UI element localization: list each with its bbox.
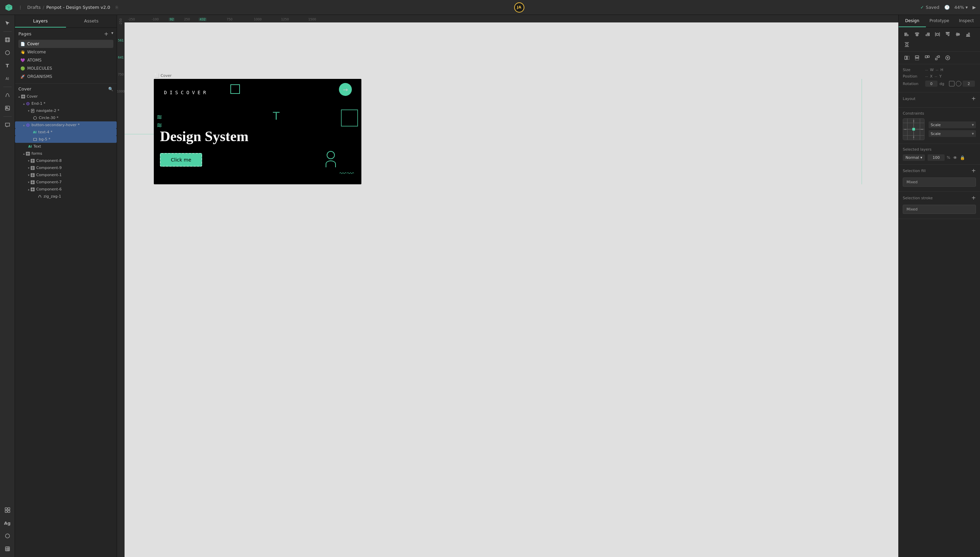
- expand-icon-comp-6[interactable]: ▴: [28, 188, 29, 191]
- page-item-molecules[interactable]: 🟢MOLECULES: [18, 64, 113, 72]
- align-right-icon[interactable]: [923, 30, 931, 38]
- layer-item-cover-root[interactable]: ▴Cover: [15, 93, 117, 100]
- layer-item-navigate-2[interactable]: ▾navigate-2 *: [15, 107, 117, 114]
- tool-grid[interactable]: [2, 543, 13, 554]
- flip-h-icon[interactable]: [903, 54, 911, 62]
- square-radius-icon[interactable]: [949, 81, 954, 86]
- mask-icon[interactable]: [944, 54, 952, 62]
- stroke-add-icon[interactable]: +: [972, 195, 976, 200]
- fill-mixed-value[interactable]: Mixed: [903, 178, 976, 187]
- distribute-v-icon[interactable]: [903, 41, 911, 49]
- tool-path[interactable]: [2, 90, 13, 101]
- page-item-welcome[interactable]: 👋Welcome: [18, 48, 113, 56]
- click-me-button[interactable]: Click me: [160, 153, 202, 167]
- align-left-icon[interactable]: [903, 30, 911, 38]
- tool-frame[interactable]: [2, 34, 13, 45]
- file-options-icon[interactable]: ⎘: [116, 5, 118, 10]
- visibility-icon[interactable]: 👁: [953, 155, 957, 160]
- tool-image[interactable]: [2, 103, 13, 114]
- tab-layers[interactable]: Layers: [15, 15, 66, 28]
- tool-typography[interactable]: Ag: [2, 518, 13, 528]
- collapse-icon-comp-7[interactable]: ▾: [28, 181, 29, 184]
- expand-icon-end-1[interactable]: ▴: [23, 102, 25, 106]
- layer-name-circle-30: Circle-30 *: [39, 116, 113, 120]
- breadcrumb-sep: /: [43, 5, 44, 10]
- tool-ellipse[interactable]: [2, 47, 13, 58]
- flip-v-icon[interactable]: [913, 54, 921, 62]
- constraint-v-select[interactable]: Scale ▾: [929, 130, 976, 137]
- expand-icon-button-sec[interactable]: ▴: [23, 124, 25, 127]
- page-item-cover[interactable]: 📄Cover: [18, 40, 113, 48]
- selected-layers-label: Selected layers: [903, 147, 976, 151]
- layout-add-icon[interactable]: +: [972, 96, 976, 101]
- distribute-h-icon[interactable]: [933, 30, 942, 38]
- canvas-bg[interactable]: ⬜ Cover DISCOVER → ≋ ≋: [117, 15, 898, 557]
- constraint-h-select[interactable]: Scale ▾: [929, 121, 976, 128]
- user-avatar[interactable]: JA: [514, 2, 524, 13]
- tab-prototype[interactable]: Prototype: [926, 15, 953, 27]
- layer-item-end-1[interactable]: ▴End-1 *: [15, 100, 117, 107]
- radius-input[interactable]: [963, 81, 975, 87]
- stroke-label: Selection stroke: [903, 196, 933, 200]
- play-button[interactable]: ▶: [972, 5, 976, 10]
- canvas-area[interactable]: -250 -100 92 250 432 750 1000 1250 1500 …: [117, 15, 898, 557]
- layer-item-comp-1[interactable]: ▾Component-1: [15, 171, 117, 179]
- collapse-icon-comp-8[interactable]: ▾: [28, 159, 29, 163]
- page-item-organisms[interactable]: 🚀ORGANISMS: [18, 72, 113, 81]
- layer-item-text-4[interactable]: AItext-4 *: [15, 129, 117, 136]
- saved-label: Saved: [926, 5, 939, 10]
- opacity-input[interactable]: 100: [928, 155, 945, 161]
- collapse-icon-comp-1[interactable]: ▾: [28, 173, 29, 177]
- collapse-icon-navigate-2[interactable]: ▾: [28, 109, 29, 112]
- layer-item-circle-30[interactable]: Circle-30 *: [15, 114, 117, 121]
- tool-comment[interactable]: [2, 119, 13, 130]
- align-top-icon[interactable]: [944, 30, 952, 38]
- collapse-icon-comp-9[interactable]: ▾: [28, 166, 29, 170]
- transform-3-icon[interactable]: [923, 54, 931, 62]
- tab-assets[interactable]: Assets: [66, 15, 117, 28]
- stroke-mixed-value[interactable]: Mixed: [903, 205, 976, 214]
- layer-item-zig-zag[interactable]: zig_zag-1: [15, 193, 117, 200]
- blend-mode-select[interactable]: Normal ▾: [903, 155, 925, 161]
- layer-item-comp-9[interactable]: ▾Component-9: [15, 164, 117, 171]
- circle-top: [230, 84, 240, 94]
- tool-ai-text[interactable]: AI: [2, 73, 13, 84]
- layer-item-bg-5[interactable]: bg-5 *: [15, 136, 117, 143]
- tool-palette[interactable]: [2, 531, 13, 541]
- ruler-tick--250: -250: [128, 18, 135, 21]
- round-radius-icon[interactable]: [956, 81, 961, 86]
- fill-add-icon[interactable]: +: [972, 168, 976, 173]
- tab-inspect[interactable]: Inspect: [953, 15, 980, 27]
- menu-button[interactable]: ⋮: [17, 5, 24, 11]
- layers-search-icon[interactable]: 🔍: [108, 87, 113, 91]
- arrow-button[interactable]: →: [339, 83, 352, 96]
- layer-item-button-sec[interactable]: ▴button-secondary-hover *: [15, 121, 117, 129]
- tool-move[interactable]: [2, 18, 13, 29]
- tool-components[interactable]: [2, 505, 13, 516]
- expand-icon-cover-root[interactable]: ▴: [18, 95, 20, 98]
- pages-collapse-icon[interactable]: ▾: [111, 31, 113, 37]
- app-logo[interactable]: [4, 3, 14, 12]
- zoom-control[interactable]: 44% ▾: [954, 5, 968, 10]
- transform-4-icon[interactable]: [933, 54, 942, 62]
- expand-icon-forms[interactable]: ▴: [23, 152, 25, 155]
- align-middle-v-icon[interactable]: [954, 30, 962, 38]
- tool-separator-1: [3, 31, 11, 32]
- layer-item-forms[interactable]: ▴forms: [15, 150, 117, 157]
- layer-item-comp-7[interactable]: ▾Component-7: [15, 179, 117, 186]
- tab-design[interactable]: Design: [899, 15, 926, 27]
- align-center-h-icon[interactable]: [913, 30, 921, 38]
- history-icon[interactable]: 🕐: [944, 5, 950, 10]
- layer-item-comp-6[interactable]: ▴Component-6: [15, 186, 117, 193]
- tool-text[interactable]: T: [2, 60, 13, 71]
- layer-item-comp-8[interactable]: ▾Component-8: [15, 157, 117, 164]
- align-bottom-icon[interactable]: [964, 30, 972, 38]
- pages-add-icon[interactable]: +: [104, 31, 109, 37]
- lock-icon[interactable]: 🔒: [960, 155, 965, 160]
- rotation-input[interactable]: [925, 81, 938, 87]
- design-frame[interactable]: DISCOVER → ≋ ≋ T Design System: [154, 79, 361, 184]
- layer-item-text-plain[interactable]: AIText: [15, 143, 117, 150]
- ruler-tick-92: 92: [169, 18, 175, 21]
- breadcrumb-drafts[interactable]: Drafts: [27, 5, 41, 10]
- page-item-atoms[interactable]: 💜ATOMS: [18, 56, 113, 64]
